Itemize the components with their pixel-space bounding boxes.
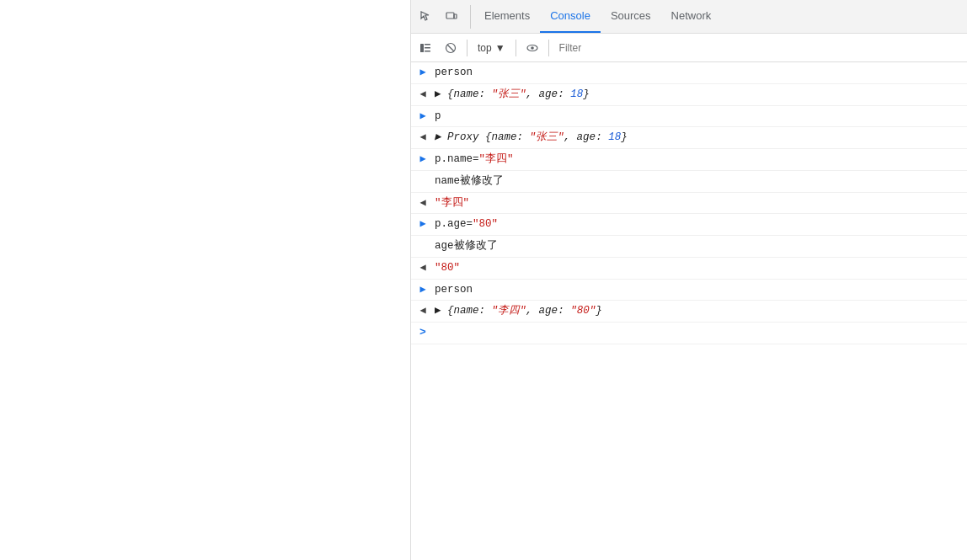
- svg-rect-2: [420, 44, 424, 52]
- svg-rect-3: [425, 44, 430, 45]
- row-gutter-9: [411, 238, 435, 239]
- row-gutter-10: ◀: [411, 260, 435, 274]
- row-content-4: ▶ Proxy {name: "张三", age: 18}: [435, 130, 964, 146]
- svg-rect-1: [454, 14, 457, 19]
- devtools-toolbar: Elements Console Sources Network: [411, 0, 967, 34]
- svg-point-9: [531, 46, 534, 50]
- row-gutter-5: ▶: [411, 152, 435, 165]
- console-row-5: ▶ p.name="李四": [411, 149, 967, 171]
- row-gutter-12: ◀: [411, 303, 435, 317]
- svg-rect-4: [425, 47, 430, 49]
- console-input-area[interactable]: [435, 325, 964, 341]
- inspect-element-icon[interactable]: [414, 5, 438, 29]
- row-gutter-7: ◀: [411, 195, 435, 209]
- row-gutter-4: ◀: [411, 130, 435, 143]
- svg-line-7: [447, 45, 454, 51]
- input-prompt-gutter: >: [411, 325, 435, 339]
- row-content-11: person: [435, 282, 964, 298]
- row-content-8: p.age="80": [435, 216, 964, 232]
- row-content-9: age被修改了: [435, 238, 964, 254]
- console-row-3: ▶ p: [411, 106, 967, 128]
- input-caret-icon: >: [419, 326, 426, 339]
- row-gutter-3: ▶: [411, 109, 435, 122]
- row-gutter-2: ◀: [411, 87, 435, 100]
- tab-list: Elements Console Sources Network: [474, 0, 964, 33]
- console-row-12: ◀ ▶ {name: "李四", age: "80"}: [411, 301, 967, 323]
- toolbar-separator: [467, 40, 467, 56]
- console-row-9: age被修改了: [411, 236, 967, 258]
- console-row-10: ◀ "80": [411, 258, 967, 280]
- row-gutter-1: ▶: [411, 65, 435, 78]
- svg-rect-0: [446, 13, 454, 19]
- row-content-5: p.name="李四": [435, 152, 964, 168]
- context-selector[interactable]: top ▼: [473, 40, 510, 56]
- console-input-field[interactable]: [435, 325, 964, 338]
- row-content-10: "80": [435, 260, 964, 276]
- tab-console[interactable]: Console: [540, 0, 601, 33]
- console-secondary-toolbar: top ▼: [411, 34, 967, 62]
- console-row-2: ◀ ▶ {name: "张三", age: 18}: [411, 84, 967, 106]
- row-content-6: name被修改了: [435, 173, 964, 189]
- row-content-1: person: [435, 65, 964, 81]
- console-row-11: ▶ person: [411, 280, 967, 301]
- console-output: ▶ person ◀ ▶ {name: "张三", age: 18} ▶ p: [411, 62, 967, 560]
- device-toggle-icon[interactable]: [440, 5, 463, 29]
- row-gutter-6: [411, 173, 435, 174]
- devtools-panel: Elements Console Sources Network: [410, 0, 967, 560]
- row-content-3: p: [435, 109, 964, 125]
- console-row-7: ◀ "李四": [411, 193, 967, 215]
- console-row-4: ◀ ▶ Proxy {name: "张三", age: 18}: [411, 127, 967, 149]
- row-content-7: "李四": [435, 195, 964, 211]
- tab-elements[interactable]: Elements: [474, 0, 540, 33]
- toolbar-separator-2: [516, 40, 516, 56]
- console-row-8: ▶ p.age="80": [411, 214, 967, 236]
- sidebar-toggle-icon[interactable]: [414, 37, 436, 59]
- row-gutter-8: ▶: [411, 216, 435, 230]
- eye-icon[interactable]: [521, 37, 543, 59]
- row-content-2: ▶ {name: "张三", age: 18}: [435, 87, 964, 103]
- clear-console-icon[interactable]: [440, 37, 462, 59]
- tab-sources[interactable]: Sources: [601, 0, 661, 33]
- console-row-1: ▶ person: [411, 62, 967, 84]
- row-content-12: ▶ {name: "李四", age: "80"}: [435, 303, 964, 319]
- browser-content: [0, 0, 410, 560]
- console-row-6: name被修改了: [411, 171, 967, 193]
- toolbar-separator-3: [548, 40, 549, 56]
- tab-network[interactable]: Network: [661, 0, 722, 33]
- svg-rect-5: [425, 51, 430, 52]
- filter-input[interactable]: [554, 40, 964, 56]
- console-input-row[interactable]: >: [411, 323, 967, 344]
- row-gutter-11: ▶: [411, 282, 435, 296]
- toolbar-icons: [414, 5, 471, 29]
